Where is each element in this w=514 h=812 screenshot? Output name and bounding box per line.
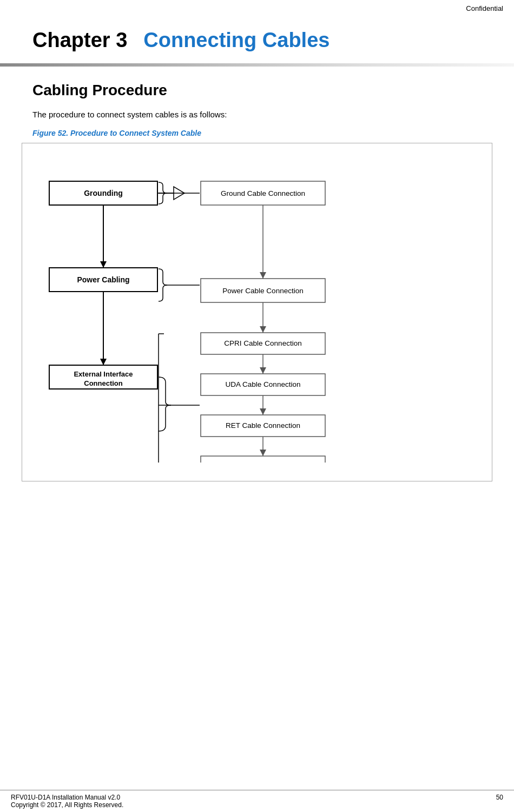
uda-cable-label: UDA Cable Connection	[226, 380, 301, 388]
ext-interface-label2: Connection	[84, 379, 123, 387]
svg-marker-6	[260, 272, 266, 279]
section-heading: Cabling Procedure	[0, 67, 514, 104]
svg-marker-11	[100, 359, 107, 365]
svg-rect-23	[201, 456, 325, 463]
svg-marker-22	[260, 450, 266, 456]
grounding-label: Grounding	[84, 189, 123, 197]
confidential-label: Confidential	[0, 0, 514, 12]
svg-marker-16	[260, 367, 266, 374]
power-cabling-label: Power Cabling	[77, 275, 129, 284]
footer: RFV01U-D1A Installation Manual v2.0 Copy…	[0, 790, 514, 812]
ret-cable-label: RET Cable Connection	[226, 421, 300, 430]
footer-manual: RFV01U-D1A Installation Manual v2.0 Copy…	[11, 794, 123, 809]
chapter-label: Chapter 3	[32, 29, 127, 52]
figure-box: Grounding Ground Cable Connection	[22, 143, 492, 481]
figure-caption-link[interactable]: Procedure to Connect System Cable	[70, 129, 201, 137]
svg-marker-13	[260, 326, 266, 333]
chapter-title: Connecting Cables	[143, 29, 330, 52]
ext-interface-label: External Interface	[74, 370, 133, 378]
power-cable-label: Power Cable Connection	[222, 287, 303, 295]
flowchart-svg: Grounding Ground Cable Connection	[33, 160, 482, 463]
section-body-text: The procedure to connect system cables i…	[0, 104, 514, 129]
figure-caption: Figure 52. Procedure to Connect System C…	[0, 129, 514, 143]
footer-left: RFV01U-D1A Installation Manual v2.0 Copy…	[11, 794, 123, 809]
svg-marker-4	[100, 261, 107, 268]
footer-page-number: 50	[496, 794, 503, 809]
cpri-cable-label: CPRI Cable Connection	[224, 339, 301, 347]
diagram-container: Grounding Ground Cable Connection	[33, 160, 481, 465]
figure-caption-prefix: Figure 52.	[32, 129, 68, 137]
ground-cable-label: Ground Cable Connection	[221, 189, 305, 197]
svg-marker-19	[260, 408, 266, 415]
